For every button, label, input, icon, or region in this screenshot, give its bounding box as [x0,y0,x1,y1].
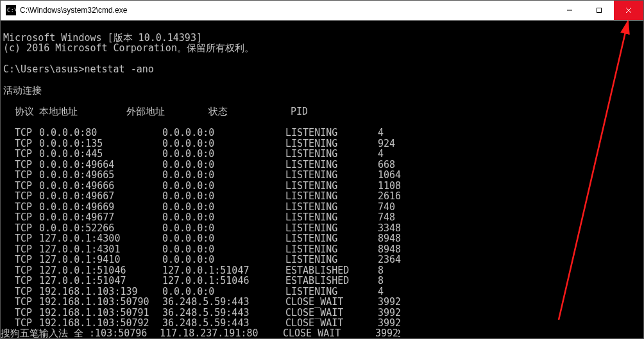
table-row: TCP192.168.1.103:5079136.248.5.59:443CLO… [3,308,641,318]
console-area[interactable]: Microsoft Windows [版本 10.0.14393] (c) 20… [1,21,643,338]
section-title: 活动连接 [3,85,42,96]
table-row: TCP127.0.0.1:94100.0.0.0:0LISTENING2364 [3,254,641,265]
table-row: TCP0.0.0.0:800.0.0.0:0LISTENING4 [3,128,641,138]
table-row: TCP0.0.0.0:496690.0.0.0:0LISTENING740 [3,202,641,213]
svg-text:C:\: C:\ [7,7,16,13]
prompt: C:\Users\asus>netstat -ano [3,63,154,75]
table-row: TCP0.0.0.0:522660.0.0.0:0LISTENING3348 [3,223,641,234]
table-header: 协议本地地址外部地址状态PID [3,106,641,117]
cmd-icon: C:\ [6,5,16,15]
titlebar[interactable]: C:\ C:\Windows\system32\cmd.exe [1,1,643,21]
table-row: TCP192.168.1.103:5079036.248.5.59:443CLO… [3,297,641,308]
banner-line: Microsoft Windows [版本 10.0.14393] [3,32,202,44]
table-row: TCP0.0.0.0:496650.0.0.0:0LISTENING1064 [3,170,641,181]
table-body: TCP0.0.0.0:800.0.0.0:0LISTENING4 TCP0.0.… [3,128,641,338]
maximize-button[interactable] [584,1,614,20]
close-button[interactable] [614,1,643,20]
window-title: C:\Windows\system32\cmd.exe [20,6,555,15]
table-row: TCP127.0.0.1:43010.0.0.0:0LISTENING8948 [3,244,641,255]
table-row: TCP192.168.1.103:1390.0.0.0:0LISTENING4 [3,286,641,297]
command-text: netstat -ano [84,63,153,75]
table-row: TCP0.0.0.0:496670.0.0.0:0LISTENING2616 [3,191,641,202]
table-row: TCP127.0.0.1:43000.0.0.0:0LISTENING8948 [3,233,641,244]
cmd-window: C:\ C:\Windows\system32\cmd.exe Microsof… [0,0,644,339]
svg-rect-3 [597,8,602,13]
ime-status-bar: 搜狗五笔输入法 全 :103:50796117.18.237.191:80CLO… [1,328,398,339]
minimize-button[interactable] [555,1,584,20]
table-row: TCP127.0.0.1:51046127.0.0.1:51047ESTABLI… [3,265,641,276]
banner-line: (c) 2016 Microsoft Corporation。保留所有权利。 [3,42,254,54]
table-row: TCP0.0.0.0:1350.0.0.0:0LISTENING924 [3,138,641,149]
table-row: TCP0.0.0.0:496660.0.0.0:0LISTENING1108 [3,181,641,192]
table-row: TCP0.0.0.0:4450.0.0.0:0LISTENING4 [3,149,641,160]
window-controls [555,1,643,20]
table-row: TCP0.0.0.0:496640.0.0.0:0LISTENING668 [3,160,641,170]
table-row: TCP0.0.0.0:496770.0.0.0:0LISTENING748 [3,212,641,223]
table-row: TCP127.0.0.1:51047127.0.0.1:51046ESTABLI… [3,276,641,286]
